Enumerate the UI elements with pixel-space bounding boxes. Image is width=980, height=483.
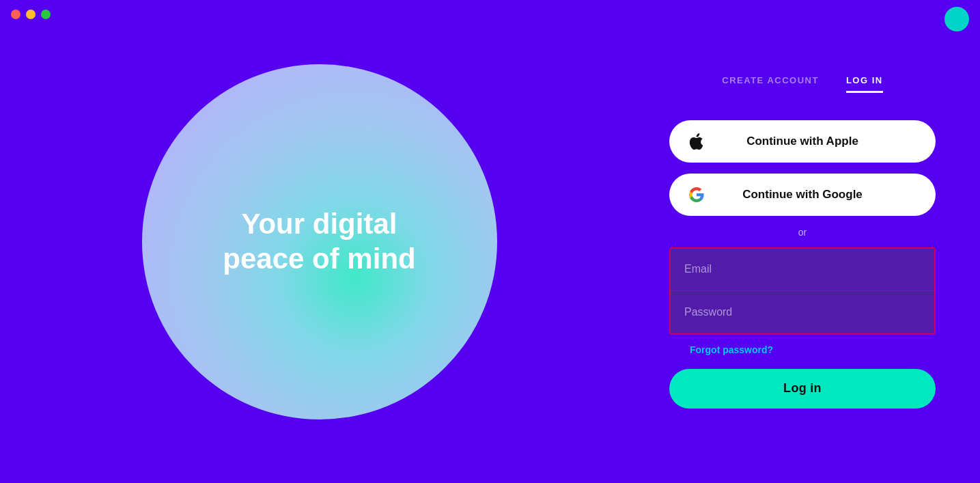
login-button[interactable]: Log in [669,369,936,409]
left-panel: Your digital peace of mind [0,0,639,483]
google-login-button[interactable]: Continue with Google [669,174,936,216]
google-button-label: Continue with Google [742,188,863,202]
apple-button-label: Continue with Apple [746,135,858,148]
main-layout: Your digital peace of mind CREATE ACCOUN… [0,0,980,483]
window-controls [11,10,51,19]
close-dot[interactable] [11,10,20,19]
hero-text: Your digital peace of mind [182,207,456,276]
or-divider: or [798,227,807,238]
email-input[interactable] [671,249,934,291]
avatar[interactable] [944,7,969,31]
maximize-dot[interactable] [41,10,51,19]
tab-create-account[interactable]: CREATE ACCOUNT [722,75,819,93]
credentials-input-group [669,247,936,335]
tab-log-in[interactable]: LOG IN [846,75,883,93]
auth-tabs: CREATE ACCOUNT LOG IN [722,75,882,93]
apple-login-button[interactable]: Continue with Apple [669,120,936,163]
hero-circle: Your digital peace of mind [142,64,497,419]
apple-icon [688,133,703,150]
right-panel: CREATE ACCOUNT LOG IN Continue with Appl… [639,48,980,436]
google-icon [688,187,705,203]
minimize-dot[interactable] [26,10,36,19]
password-input[interactable] [671,291,934,333]
forgot-password-link[interactable]: Forgot password? [690,344,773,355]
